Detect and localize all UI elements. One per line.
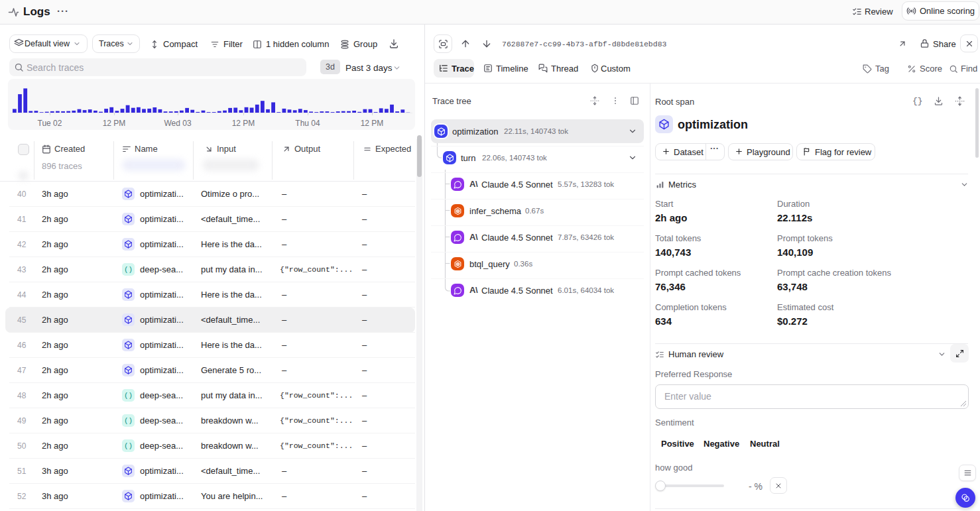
svg-text:Tue 02: Tue 02 (38, 119, 62, 128)
svg-text:Wed 03: Wed 03 (164, 119, 191, 128)
svg-text:12 PM: 12 PM (361, 119, 384, 128)
svg-text:Thu 04: Thu 04 (295, 119, 320, 128)
svg-text:12 PM: 12 PM (232, 119, 255, 128)
svg-text:12 PM: 12 PM (103, 119, 126, 128)
